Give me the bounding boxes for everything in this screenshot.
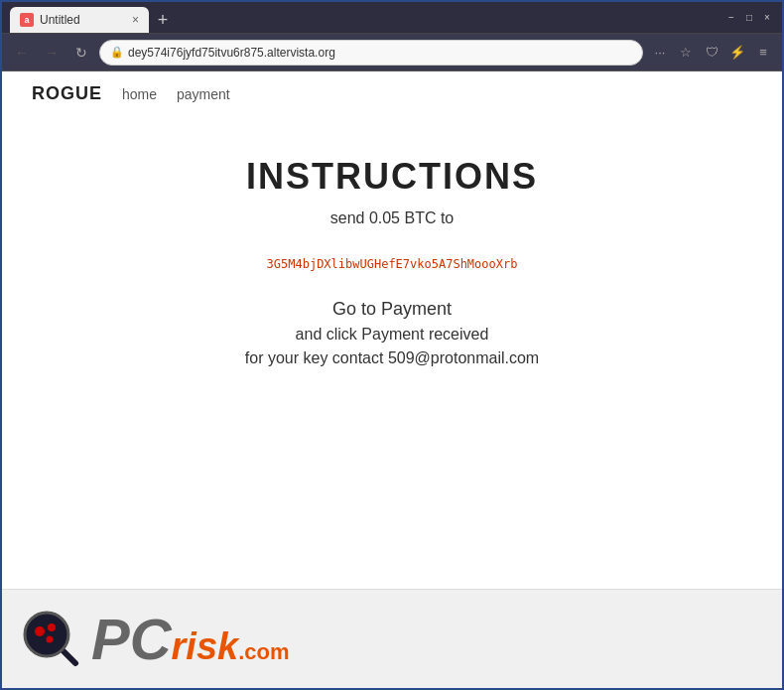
pcrisk-logo-icon	[22, 610, 81, 669]
contact-text: for your key contact 509@protonmail.com	[245, 349, 539, 367]
logo-com: .com	[238, 641, 289, 663]
menu-button[interactable]: ≡	[752, 42, 774, 64]
url-bar[interactable]: 🔒 dey574i76jyfd75itvu6r875.altervista.or…	[99, 40, 643, 66]
site-nav: ROGUE home payment	[2, 71, 782, 116]
browser-tab[interactable]: a Untitled ×	[10, 7, 149, 33]
refresh-button[interactable]: ↻	[69, 41, 93, 65]
tab-bar: a Untitled × +	[10, 2, 717, 33]
tab-title: Untitled	[40, 13, 80, 27]
nav-link-home[interactable]: home	[122, 86, 157, 102]
svg-line-4	[63, 650, 75, 663]
click-payment-text: and click Payment received	[296, 326, 489, 344]
more-options-button[interactable]: ···	[649, 42, 671, 64]
main-content: INSTRUCTIONS send 0.05 BTC to 3G5M4bjDXl…	[2, 116, 782, 589]
tab-favicon: a	[20, 13, 34, 27]
minimize-button[interactable]: −	[724, 11, 738, 25]
instructions-title: INSTRUCTIONS	[246, 156, 538, 198]
svg-point-2	[48, 623, 56, 631]
shield-button[interactable]: 🛡	[701, 42, 722, 64]
url-text: dey574i76jyfd75itvu6r875.altervista.org	[128, 46, 335, 60]
window-controls: − □ ×	[724, 11, 774, 25]
close-button[interactable]: ×	[760, 11, 774, 25]
title-bar: a Untitled × + − □ ×	[2, 2, 782, 34]
svg-point-1	[35, 626, 45, 636]
tab-close-button[interactable]: ×	[132, 13, 139, 27]
nav-link-payment[interactable]: payment	[177, 86, 230, 102]
btc-address: 3G5M4bjDXlibwUGHefE7vko5A7ShMoooXrb	[267, 257, 518, 271]
extensions-button[interactable]: ⚡	[726, 42, 748, 64]
browser-window: a Untitled × + − □ × ← → ↻ 🔒 dey574i76jy…	[0, 0, 784, 690]
address-actions: ··· ☆ 🛡 ⚡ ≡	[649, 42, 774, 64]
send-text: send 0.05 BTC to	[330, 209, 455, 227]
forward-button[interactable]: →	[40, 41, 64, 65]
new-tab-button[interactable]: +	[149, 7, 177, 33]
svg-point-3	[47, 635, 54, 642]
logo-risk: risk	[172, 627, 239, 665]
site-brand: ROGUE	[32, 83, 102, 104]
watermark-area: PC risk .com	[2, 589, 782, 688]
lock-icon: 🔒	[110, 46, 124, 59]
maximize-button[interactable]: □	[742, 11, 756, 25]
go-to-payment-text: Go to Payment	[332, 299, 452, 320]
page-content: ROGUE home payment INSTRUCTIONS send 0.0…	[2, 71, 782, 688]
logo-pc: PC	[91, 611, 172, 668]
pcrisk-logo-text: PC risk .com	[91, 611, 290, 668]
address-bar: ← → ↻ 🔒 dey574i76jyfd75itvu6r875.altervi…	[2, 34, 782, 71]
back-button[interactable]: ←	[10, 41, 34, 65]
bookmark-button[interactable]: ☆	[675, 42, 697, 64]
